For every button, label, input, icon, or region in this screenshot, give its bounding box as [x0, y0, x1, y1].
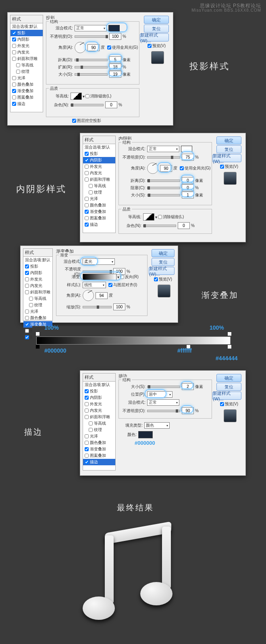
group-quality: 品质 等高线:▾消除锯齿(L) 杂色(N):%: [46, 88, 139, 117]
newstyle-button[interactable]: 新建样式(W)...: [140, 33, 169, 41]
s2-dropshadow[interactable]: 投影: [83, 151, 115, 157]
title-2: 内阴影样式: [16, 183, 66, 195]
ann-c3: #444444: [216, 355, 238, 361]
dialog-stroke: 样式 混合选项:默认 投影 内阴影 外发光 内发光 斜面和浮雕 等高线 纹理 光…: [80, 370, 246, 476]
dialog-dropshadow: 样式 混合选项:默认 投影 内阴影 外发光 内发光 斜面和浮雕 等高线 纹理 光…: [7, 12, 173, 126]
style-item-contour[interactable]: 等高线: [10, 62, 43, 68]
ann-c1: #000000: [44, 347, 66, 354]
gradient-bar[interactable]: [36, 336, 231, 345]
reset-button[interactable]: 复位: [144, 25, 169, 33]
blendmode-softlight[interactable]: 柔光: [83, 258, 115, 265]
ann-c2: #ffffff: [177, 347, 192, 354]
ok-button[interactable]: 确定: [144, 16, 169, 24]
distance-input[interactable]: [109, 56, 121, 63]
title-final: 最终结果: [117, 502, 154, 513]
title-3: 渐变叠加: [202, 290, 239, 301]
group-structure: 结构 混合模式:正常 不透明度(O):% 角度(A):度使用全局光(G) 距离(…: [46, 21, 139, 85]
angle-input[interactable]: [87, 44, 100, 51]
color-stop-right[interactable]: [227, 345, 232, 349]
stroke-color-swatch[interactable]: [138, 431, 153, 438]
stroke-size[interactable]: [182, 383, 194, 390]
styles-header: 样式: [10, 15, 43, 23]
contour-swatch[interactable]: [71, 93, 82, 100]
style-item-texture[interactable]: 纹理: [10, 68, 43, 75]
style-item-gradientoverlay[interactable]: 渐变叠加: [10, 88, 43, 94]
dialog-innershadow: 样式 混合选项:默认 投影 内阴影 外发光 内发光 斜面和浮雕 等高线 纹理 光…: [80, 133, 246, 242]
gradient-preview[interactable]: [83, 274, 116, 280]
size-input[interactable]: [109, 71, 121, 78]
stroke-opacity[interactable]: [182, 407, 194, 414]
styles-list-2: 样式 混合选项:默认 投影 内阴影 外发光 内发光 斜面和浮雕 等高线 纹理 光…: [83, 136, 116, 233]
ann-op2: 100%: [210, 324, 224, 331]
styles-list: 样式 混合选项:默认 投影 内阴影 外发光 内发光 斜面和浮雕 等高线 纹理 光…: [10, 15, 43, 112]
opacity-input[interactable]: [109, 33, 121, 40]
innershadow-color[interactable]: [181, 146, 192, 152]
music-note-icon: [69, 523, 197, 632]
title-1: 投影样式: [189, 60, 230, 72]
opacity-stop-left[interactable]: [35, 332, 40, 336]
ann-op1: 100%: [44, 324, 59, 331]
style-item-coloroverlay[interactable]: 颜色叠加: [10, 81, 43, 88]
color-stop-left[interactable]: [35, 345, 40, 349]
title-4: 描边: [24, 427, 43, 438]
knockout-check[interactable]: [72, 119, 76, 123]
style-item-innershadow[interactable]: 内阴影: [10, 36, 43, 43]
style-item-outerglow[interactable]: 外发光: [10, 43, 43, 49]
s2-innershadow[interactable]: 内阴影: [83, 157, 115, 163]
useglobal-check[interactable]: [107, 45, 111, 50]
stroke-pos[interactable]: 居中: [147, 391, 172, 398]
opacity-stop-right[interactable]: [227, 332, 232, 336]
style-item-stroke[interactable]: 描边: [10, 101, 43, 107]
style-blend-default[interactable]: 混合选项:默认: [10, 23, 43, 30]
angle-dial[interactable]: [75, 42, 86, 53]
dialog-gradient: 样式 混合选项:默认 投影 内阴影 外发光 内发光 斜面和浮雕 等高线 纹理 光…: [20, 246, 178, 323]
stroke-hex: #000000: [135, 440, 155, 446]
style-item-patternoverlay[interactable]: 图案叠加: [10, 94, 43, 101]
style-item-bevel[interactable]: 斜面和浮雕: [10, 56, 43, 62]
preview-check[interactable]: [148, 44, 152, 48]
shadow-color-swatch[interactable]: [108, 25, 120, 31]
preview-swatch: [151, 51, 164, 64]
style-item-innerglow[interactable]: 内发光: [10, 49, 43, 56]
style-item-satin[interactable]: 光泽: [10, 75, 43, 81]
blendmode-drop[interactable]: 正常: [75, 25, 107, 31]
watermark-2: MissYuan.com BBS.16XX8.COM: [191, 8, 261, 12]
spread-input[interactable]: [109, 64, 121, 70]
style-item-dropshadow[interactable]: 投影: [10, 30, 43, 36]
